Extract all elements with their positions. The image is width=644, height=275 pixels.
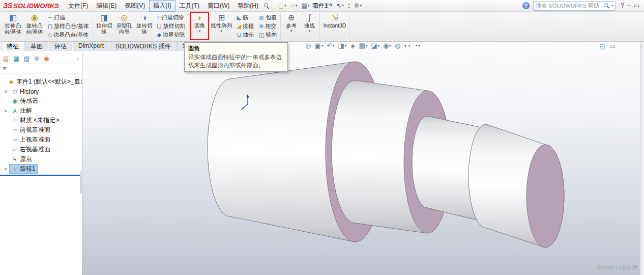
hole-wizard-button[interactable]: ◎异型孔向导 — [114, 13, 134, 39]
panel-expand-icon[interactable]: › — [77, 56, 79, 62]
view-orientation-button[interactable]: ▤▾ — [359, 42, 367, 49]
restore-document-icon[interactable]: ◱ — [599, 43, 605, 50]
lofted-cut-button[interactable]: ⋃放样切割 — [156, 22, 186, 30]
tree-item-sensors[interactable]: ◉传感器 — [0, 96, 82, 106]
previous-view-button[interactable]: ↶▾ — [327, 42, 334, 49]
history-folder-icon: ◷ — [11, 88, 18, 95]
edit-appearance-button[interactable]: ◍ — [395, 42, 400, 49]
search-scope-caret-icon[interactable]: ▾ — [611, 4, 613, 8]
watermark: dooooit@木易 — [596, 263, 638, 272]
tree-filter-bar[interactable] — [0, 64, 82, 74]
model-stepped-shaft[interactable] — [0, 40, 644, 275]
ribbon-stack: ≈扫描切除⋃放样切割◆边界切除 — [155, 13, 187, 39]
tree-item-top-plane[interactable]: ▱上视基准面 — [0, 135, 82, 145]
search-icon[interactable] — [603, 3, 609, 9]
swept-cut-button-label: 扫描切除 — [161, 14, 184, 20]
fillet-button[interactable]: ◗圆角▾ — [191, 13, 208, 39]
configurationmanager-tab[interactable]: ▨ — [24, 56, 30, 62]
minimize-button[interactable]: – — [626, 2, 632, 9]
tree-item-front-plane[interactable]: ▱前视基准面 — [0, 125, 82, 135]
swept-cut-button[interactable]: ≈扫描切除 — [156, 14, 186, 21]
tree-item-origin-label: 原点 — [20, 155, 32, 163]
rib-button[interactable]: ◣筋 — [236, 14, 255, 21]
tab-dimxpert[interactable]: DimXpert — [73, 40, 109, 51]
curves-button[interactable]: ∫曲线▾ — [301, 13, 318, 39]
select-button[interactable]: ↖▾ — [335, 2, 346, 9]
tree-item-part-root[interactable]: ◆零件1 (默认<<默认>_显示状态 — [0, 77, 82, 87]
dimxpertmanager-tab[interactable]: ⊕ — [34, 56, 39, 62]
help-menu-button[interactable]: ? — [619, 2, 626, 9]
revolved-cut-button[interactable]: ◑旋转切除 — [135, 13, 154, 39]
tree-item-right-plane[interactable]: ▱右视基准面 — [0, 145, 82, 154]
boundary-cut-button[interactable]: ◆边界切除 — [156, 31, 186, 38]
graphics-area[interactable]: ◎▣▾↶▾◨▾◈▤▾◪▾◉▾◍◐▾◔▾ ◱▭ dooooit@木易 — [0, 40, 644, 275]
mirror-button-label: 镜向 — [266, 32, 277, 38]
dropdown-caret-icon: ▾ — [221, 29, 223, 33]
options-button[interactable]: ⚙▾ — [353, 2, 363, 9]
solidworks-window: ЗS SOLIDWORKS 文件(F)编辑(E)视图(V)插入(I)工具(T)窗… — [0, 0, 644, 275]
open-button[interactable]: ▱▾ — [289, 2, 299, 9]
swept-boss-button[interactable]: ∼扫描 — [47, 14, 90, 21]
tree-item-revolve1[interactable]: ▸◑旋转1 — [0, 164, 82, 174]
dropdown-caret-icon: ▾ — [284, 4, 286, 8]
swept-cut-icon: ≈ — [157, 14, 160, 20]
display-style-button[interactable]: ◪▾ — [371, 42, 379, 49]
instant3d-button-label: Instant3D — [323, 22, 346, 29]
dynamic-annotation-button[interactable]: ◈ — [350, 42, 355, 49]
tree-item-origin[interactable]: ↳原点 — [0, 154, 82, 164]
pin-icon[interactable] — [264, 3, 270, 9]
restore-button[interactable]: ▭ — [632, 2, 641, 9]
tab-evaluate[interactable]: 评估 — [49, 40, 72, 51]
help-icon[interactable]: ? — [522, 2, 530, 9]
tab-features[interactable]: 特征 — [1, 40, 24, 51]
hide-show-items-button[interactable]: ◉▾ — [383, 42, 391, 49]
linear-pattern-button[interactable]: ⊞线性阵列▾ — [209, 13, 233, 39]
tab-sketch[interactable]: 草图 — [25, 40, 48, 51]
reference-geometry-button[interactable]: ⊕参考▾ — [282, 13, 300, 39]
search-input[interactable]: 搜索 SOLIDWORKS 帮助 ▾ — [533, 1, 616, 11]
propertymanager-tab[interactable]: ▦ — [13, 56, 19, 62]
zoom-fit-button[interactable]: ◎ — [305, 42, 311, 49]
tree-item-annotations[interactable]: ▸A注解 — [0, 106, 82, 116]
extruded-cut-button[interactable]: ◨拉伸切除 — [95, 13, 114, 39]
select-cursor-icon: ↖ — [337, 3, 342, 9]
tab-solidworks-addins[interactable]: SOLIDWORKS 插件 — [110, 40, 177, 51]
boundary-boss-button[interactable]: ◇边界凸台/基体 — [47, 31, 90, 38]
new-document-button[interactable]: ▢▾ — [277, 2, 288, 9]
rebuild-button[interactable]: ● — [346, 4, 352, 8]
extruded-boss-base-button[interactable]: ◧拉伸凸台/基体 — [3, 13, 23, 39]
draft-button[interactable]: ◢拔模 — [236, 22, 255, 30]
save-button[interactable]: ▦▾ — [300, 2, 311, 9]
task-pane-strip[interactable]: ‹ — [640, 40, 644, 275]
zoom-area-button[interactable]: ▣▾ — [314, 42, 323, 49]
view-settings-button[interactable]: ◔▾ — [414, 42, 420, 49]
mirror-button[interactable]: ◫镜向 — [258, 31, 278, 38]
draft-icon: ◢ — [237, 23, 241, 29]
tree-item-top-plane-label: 上视基准面 — [20, 135, 50, 144]
annotations-icon: A — [11, 108, 18, 114]
panel-splitter[interactable] — [80, 171, 82, 194]
boundary-cut-icon: ◆ — [157, 32, 161, 38]
menu-window[interactable]: 窗口(W) — [203, 0, 233, 12]
tree-item-material[interactable]: ≣材质 <未指定> — [0, 116, 82, 125]
menu-file[interactable]: 文件(F) — [64, 0, 92, 12]
intersect-button[interactable]: ⊗相交 — [258, 22, 278, 30]
menu-tools[interactable]: 工具(T) — [175, 0, 203, 12]
displaymanager-tab[interactable]: ◉ — [44, 56, 49, 62]
featuremanager-tab[interactable]: ▤ — [3, 56, 9, 62]
revolved-boss-base-button[interactable]: ◉旋转凸台/基体 — [24, 13, 44, 39]
menu-insert[interactable]: 插入(I) — [149, 0, 175, 12]
lofted-boss-button[interactable]: ⋂放样凸台/基体 — [47, 22, 90, 30]
menu-edit[interactable]: 编辑(E) — [92, 0, 121, 12]
search-placeholder: 搜索 SOLIDWORKS 帮助 — [536, 2, 601, 10]
split-document-icon[interactable]: ▭ — [610, 43, 616, 50]
shell-button[interactable]: ⊔抽壳 — [236, 31, 255, 38]
apply-scene-button[interactable]: ◐▾ — [404, 42, 410, 49]
rollback-bar[interactable] — [0, 175, 82, 176]
section-view-button[interactable]: ◨▾ — [338, 42, 347, 49]
tree-item-history[interactable]: ▸◷History — [0, 87, 82, 96]
wrap-button[interactable]: ◍包覆 — [258, 14, 278, 21]
menu-view[interactable]: 视图(V) — [121, 0, 149, 12]
menu-help[interactable]: 帮助(H) — [233, 0, 262, 12]
instant3d-button[interactable]: ⇲Instant3D — [321, 13, 347, 39]
